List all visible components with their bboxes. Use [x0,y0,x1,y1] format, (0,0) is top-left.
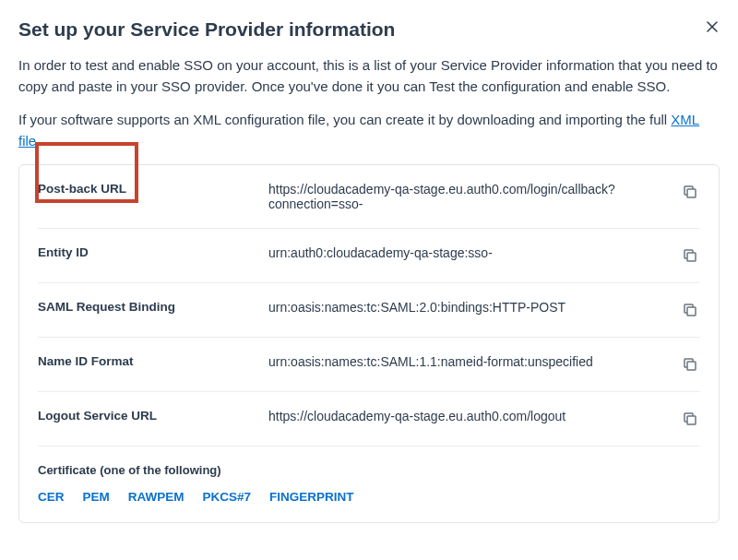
svg-rect-2 [687,189,696,197]
row-value: https://cloudacademy-qa-stage.eu.auth0.c… [268,182,680,211]
cert-link-cer[interactable]: CER [38,490,65,504]
svg-rect-5 [687,362,696,370]
certificate-section: Certificate (one of the following) CER P… [38,447,700,504]
page-title: Set up your Service Provider information [18,18,395,41]
copy-button[interactable] [680,409,700,429]
row-label: SAML Request Binding [38,300,268,314]
row-value: urn:oasis:names:tc:SAML:2.0:bindings:HTT… [268,300,680,315]
svg-rect-3 [687,253,696,261]
svg-rect-6 [687,416,696,424]
copy-icon [682,184,698,200]
copy-icon [682,302,698,318]
row-nameid-format: Name ID Format urn:oasis:names:tc:SAML:1… [38,338,700,392]
row-value: urn:auth0:cloudacademy-qa-stage:sso- [268,245,680,260]
row-entity-id: Entity ID urn:auth0:cloudacademy-qa-stag… [38,229,700,283]
copy-icon [682,411,698,427]
row-postback-url: Post-back URL https://cloudacademy-qa-st… [38,165,700,229]
description-2: If your software supports an XML configu… [18,110,720,151]
close-button[interactable] [705,18,720,37]
info-card: Post-back URL https://cloudacademy-qa-st… [18,164,720,523]
row-label: Post-back URL [38,182,268,196]
certificate-links: CER PEM RAWPEM PKCS#7 FINGERPRINT [38,490,700,504]
cert-link-fingerprint[interactable]: FINGERPRINT [269,490,354,504]
row-saml-binding: SAML Request Binding urn:oasis:names:tc:… [38,283,700,338]
row-logout-url: Logout Service URL https://cloudacademy-… [38,392,700,447]
row-value: https://cloudacademy-qa-stage.eu.auth0.c… [268,409,680,423]
copy-icon [682,247,698,264]
description-2-post: . [36,133,40,149]
description-2-pre: If your software supports an XML configu… [18,112,671,127]
copy-button[interactable] [680,354,700,375]
copy-button[interactable] [680,245,700,266]
copy-button[interactable] [680,300,700,320]
close-icon [705,19,720,34]
cert-link-pem[interactable]: PEM [83,490,110,504]
row-label: Entity ID [38,245,268,259]
copy-button[interactable] [680,182,700,202]
row-label: Name ID Format [38,354,268,368]
description-1: In order to test and enable SSO on your … [18,55,720,97]
row-label: Logout Service URL [38,409,268,423]
cert-link-rawpem[interactable]: RAWPEM [128,490,184,504]
cert-link-pkcs7[interactable]: PKCS#7 [203,490,252,504]
svg-rect-4 [687,307,696,316]
row-value: urn:oasis:names:tc:SAML:1.1:nameid-forma… [268,354,680,369]
certificate-label: Certificate (one of the following) [38,463,700,477]
copy-icon [682,356,698,373]
